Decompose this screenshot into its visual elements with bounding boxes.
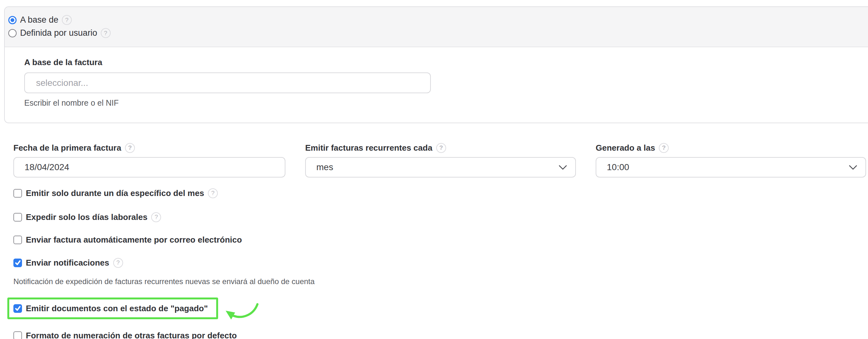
help-icon[interactable]: ?	[208, 188, 218, 198]
checkbox-row-auto-email[interactable]: Enviar factura automáticamente por corre…	[13, 234, 868, 245]
checkbox-working-days[interactable]	[13, 213, 22, 222]
schedule-fields-row: Fecha de la primera factura ? 18/04/2024…	[13, 142, 868, 177]
radio-definida-por-usuario[interactable]	[8, 29, 17, 37]
help-icon[interactable]: ?	[436, 143, 446, 153]
checkbox-specific-day[interactable]	[13, 189, 22, 198]
checkbox-row-notifications[interactable]: Enviar notificaciones ?	[13, 257, 868, 268]
invoice-base-card: A base de ? Definida por usuario ? A bas…	[4, 6, 868, 123]
highlight-box: Emitir documentos con el estado de "paga…	[7, 298, 218, 319]
checkbox-label[interactable]: Expedir solo los días laborales	[26, 212, 147, 222]
invoice-base-body: A base de la factura seleccionar... Escr…	[5, 47, 868, 108]
radio-a-base-de-label[interactable]: A base de	[20, 15, 58, 25]
generated-at-select[interactable]: 10:00	[596, 157, 866, 177]
invoice-base-placeholder: seleccionar...	[36, 78, 88, 88]
checkbox-label[interactable]: Emitir documentos con el estado de "paga…	[26, 304, 208, 313]
field-generated-at: Generado a las ? 10:00	[596, 142, 866, 177]
recurrence-select[interactable]: mes	[305, 157, 576, 177]
radio-definida-por-usuario-label[interactable]: Definida por usuario	[20, 28, 97, 38]
checkbox-label[interactable]: Enviar factura automáticamente por corre…	[26, 235, 242, 245]
recurrence-label: Emitir facturas recurrentes cada ?	[305, 142, 576, 153]
field-first-invoice-date: Fecha de la primera factura ? 18/04/2024	[13, 142, 285, 177]
first-invoice-date-label: Fecha de la primera factura ?	[13, 142, 285, 153]
radio-a-base-de[interactable]	[8, 16, 17, 24]
invoice-base-label: A base de la factura	[24, 57, 868, 67]
invoice-base-select-input[interactable]: seleccionar...	[24, 73, 431, 93]
curved-arrow-icon	[223, 303, 259, 322]
checkbox-row-working-days[interactable]: Expedir solo los días laborales ?	[13, 211, 868, 223]
checkbox-label[interactable]: Emitir solo durante un día específico de…	[26, 188, 204, 198]
help-icon[interactable]: ?	[151, 212, 161, 222]
highlighted-option-row: Emitir documentos con el estado de "paga…	[7, 298, 868, 322]
checkbox-numbering-format[interactable]	[13, 331, 22, 339]
field-recurrence: Emitir facturas recurrentes cada ? mes	[305, 142, 576, 177]
notifications-helper-text: Notificación de expedición de facturas r…	[13, 277, 868, 286]
help-icon[interactable]: ?	[101, 28, 111, 38]
checkbox-row-paid-status[interactable]: Emitir documentos con el estado de "paga…	[13, 303, 208, 314]
recurrence-value: mes	[316, 162, 333, 172]
chevron-down-icon	[559, 162, 567, 172]
checkbox-label[interactable]: Enviar notificaciones	[26, 258, 110, 268]
checkbox-row-numbering-format[interactable]: Formato de numeración de otras facturas …	[13, 330, 868, 339]
generated-at-label: Generado a las ?	[596, 142, 866, 153]
checkbox-auto-email[interactable]	[13, 235, 22, 244]
help-icon[interactable]: ?	[113, 258, 123, 268]
options-section: Emitir solo durante un día específico de…	[13, 188, 868, 339]
first-invoice-date-input[interactable]: 18/04/2024	[13, 157, 285, 177]
help-icon[interactable]: ?	[62, 15, 72, 25]
chevron-down-icon	[849, 162, 857, 172]
help-icon[interactable]: ?	[659, 143, 669, 153]
checkbox-label[interactable]: Formato de numeración de otras facturas …	[26, 331, 237, 339]
radio-row-definida-por-usuario[interactable]: Definida por usuario ?	[8, 27, 868, 39]
help-icon[interactable]: ?	[125, 143, 135, 153]
first-invoice-date-value: 18/04/2024	[25, 162, 69, 172]
checkbox-notifications[interactable]	[13, 259, 22, 267]
mode-selector: A base de ? Definida por usuario ?	[5, 7, 868, 47]
generated-at-value: 10:00	[607, 162, 629, 172]
invoice-base-helper: Escribir el nombre o el NIF	[24, 98, 868, 108]
checkbox-paid-status[interactable]	[13, 304, 22, 313]
checkbox-row-specific-day[interactable]: Emitir solo durante un día específico de…	[13, 188, 868, 199]
radio-row-a-base-de[interactable]: A base de ?	[8, 13, 868, 27]
